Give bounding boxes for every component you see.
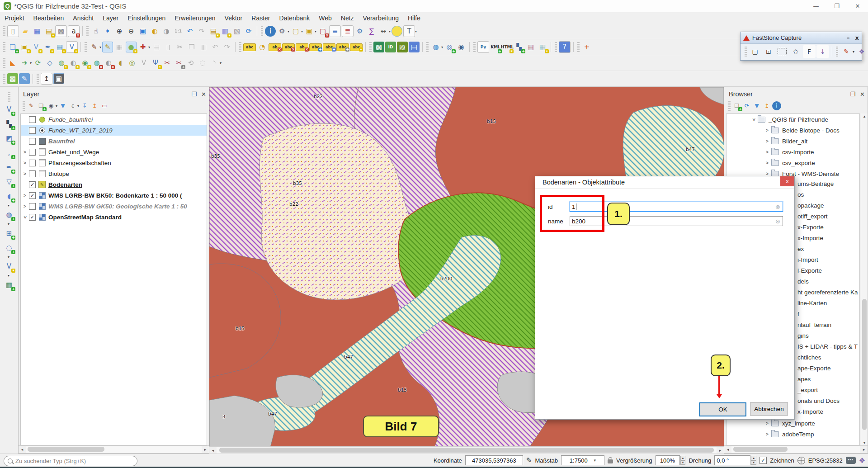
text-annotation-dropdown[interactable]: ▾ <box>415 29 417 33</box>
rotation-spinner[interactable]: ▲▼ <box>751 456 756 465</box>
menu-datenbank[interactable]: Datenbank <box>275 13 315 23</box>
layer-item[interactable]: >Gebiet_und_Wege <box>21 147 207 157</box>
move-feature-dropdown[interactable]: ▾ <box>30 61 32 65</box>
browser-item-chevron[interactable]: > <box>763 150 771 155</box>
text-annotation[interactable]: T <box>403 25 415 37</box>
layer-diagram-options[interactable]: ◔ <box>257 42 268 52</box>
run-feature-action-dropdown[interactable]: ▾ <box>288 29 289 33</box>
layout-manager[interactable]: ▩ <box>55 25 67 37</box>
add-mesh-layer[interactable]: ▦✶ <box>54 42 65 52</box>
split-parts[interactable]: Ψ✶ <box>150 57 161 68</box>
screenshot-tool[interactable]: ▣ <box>53 73 64 84</box>
save-layer-edits[interactable]: ▦ <box>114 42 125 52</box>
merge-feature-attributes[interactable]: ✂+ <box>174 57 184 68</box>
remove-layer[interactable]: ▭ <box>100 101 109 110</box>
measure-line[interactable]: ↔ <box>378 26 389 37</box>
map-tips[interactable] <box>392 26 402 37</box>
edit-draw-palette[interactable]: ✎ <box>840 45 853 58</box>
layer-panel-close-icon[interactable]: ✕ <box>201 91 206 98</box>
rotate-feature[interactable]: ⟳ <box>33 57 43 68</box>
statistics-abacus[interactable]: ≣ <box>342 25 354 37</box>
layer-item-chevron[interactable]: > <box>21 193 29 198</box>
filter-browser[interactable]: ▼ <box>752 101 761 110</box>
refresh-browser[interactable]: ⟳ <box>742 101 751 110</box>
color-raster-table[interactable]: ▦ <box>525 42 536 52</box>
coordinate-input[interactable]: 473035,5397363 <box>465 455 523 465</box>
add-geopackage-layer[interactable]: ▣✶ <box>19 42 30 52</box>
add-polygon-feature[interactable]: ●✶ <box>126 42 137 52</box>
layer-item-chevron[interactable]: > <box>21 150 29 155</box>
browser-panel-close-icon[interactable]: ✕ <box>860 91 865 98</box>
add-wfs-layer[interactable]: V✶ <box>31 42 42 52</box>
qgis-news-icon[interactable]: ❖ <box>859 456 865 465</box>
layer-visibility-checkbox[interactable]: ✓ <box>29 181 36 188</box>
add-delimited-text-layer[interactable]: ,+ <box>4 147 14 158</box>
browser-item-fragment[interactable]: ape-Exporte <box>797 365 831 372</box>
layer-panel-float-icon[interactable]: ❐ <box>191 91 197 98</box>
menu-hilfe[interactable]: Hilfe <box>403 13 425 23</box>
split-features[interactable]: V <box>138 57 149 68</box>
menu-vektor[interactable]: Vektor <box>220 13 247 23</box>
style-manager[interactable]: a× <box>68 25 80 37</box>
select-features[interactable]: ▢ <box>290 26 301 37</box>
crs-status[interactable]: EPSG:25832 <box>808 457 843 464</box>
faststone-settings[interactable]: ❖ <box>855 45 868 58</box>
change-label-properties[interactable]: abc✶ <box>350 43 363 51</box>
rotate-label[interactable]: abc+ <box>336 43 349 51</box>
browser-item-fragment[interactable]: ht georeferenzierte Ka <box>797 289 858 296</box>
browser-vscrollbar[interactable]: ▴ ▾ <box>861 113 868 445</box>
browser-item-chevron[interactable]: > <box>751 115 756 123</box>
add-spatialite-layer-vertical[interactable]: ✒+ <box>4 162 14 173</box>
capture-scrolling[interactable]: ↓ <box>816 45 829 58</box>
browser-item-fragment[interactable]: i-Import <box>797 256 818 263</box>
layer-item-chevron[interactable]: > <box>23 213 28 221</box>
copy-features[interactable]: ❐ <box>186 42 197 52</box>
ok-button[interactable]: OK <box>699 402 746 416</box>
layer-visibility-checkbox[interactable] <box>29 138 36 145</box>
trim-extend-dropdown[interactable]: ▾ <box>220 61 222 65</box>
extent-tracking-icon[interactable]: ✎ <box>526 456 532 464</box>
add-vector-layer[interactable]: ❏+ <box>7 42 18 52</box>
offset-point-symbols[interactable]: ◌ <box>197 57 208 68</box>
browser-item-fragment[interactable]: chtliches <box>797 354 821 361</box>
add-ring[interactable]: ◍✶ <box>56 57 67 68</box>
add-part[interactable]: ◐✶ <box>68 57 79 68</box>
browser-item-fragment[interactable]: opackage <box>797 202 824 209</box>
browser-item[interactable]: >Beide Biotope - Docs <box>726 125 859 136</box>
zoom-in[interactable]: ⊕ <box>114 26 125 37</box>
add-postgis-layer-dropdown[interactable]: ▾ <box>8 203 9 208</box>
show-hide-labels[interactable]: abc+ <box>309 43 322 51</box>
identify-features[interactable]: i <box>265 26 276 37</box>
zoom-to-layer[interactable]: ◑ <box>161 26 172 37</box>
add-vector-layer-vertical[interactable]: V+ <box>4 104 14 115</box>
vertex-tool-dropdown[interactable]: ▾ <box>148 45 150 49</box>
grid-plugin[interactable]: ▦✶ <box>537 42 548 52</box>
layer-item[interactable]: >Biotope <box>21 168 207 179</box>
expand-all[interactable]: ↧ <box>80 101 89 110</box>
import-photos[interactable]: ↥ <box>41 73 52 85</box>
browser-item[interactable]: >csv-Importe <box>726 147 859 157</box>
no-labels[interactable]: abc× <box>282 43 295 51</box>
select-by-value[interactable]: ▣ <box>304 26 315 37</box>
menu-bearbeiten[interactable]: Bearbeiten <box>29 13 69 23</box>
quickmapservices[interactable]: ▩ <box>7 73 18 84</box>
locator-search-input[interactable]: Zu suchender Typ (Strg+K) <box>4 456 137 466</box>
rotation-input[interactable]: 0,0 ° <box>714 455 750 465</box>
layer-item[interactable]: >WMS LGRB-BW GK50: Geologische Karte 1 :… <box>21 201 207 212</box>
browser-item-chevron[interactable]: > <box>763 432 771 437</box>
add-raster-layer[interactable]: ▚+ <box>4 118 14 129</box>
layer-item[interactable]: Funde_WT_2017_2019 <box>21 125 207 136</box>
render-checkbox[interactable]: ✓ <box>760 457 767 464</box>
layer-visibility-checkbox[interactable] <box>29 149 36 156</box>
run-feature-action[interactable]: ⚙ <box>277 26 288 37</box>
add-postgis-layer[interactable]: ◖+ <box>4 191 14 202</box>
collapse-all[interactable]: ↥ <box>90 101 99 110</box>
offset-curve[interactable]: ◎ <box>127 57 137 68</box>
layer-item[interactable]: >✓OpenStreetMap Standard <box>21 212 207 222</box>
browser-item-fragment[interactable]: f <box>797 311 799 317</box>
collapse-all-browser[interactable]: ↥ <box>762 101 771 110</box>
crs-globe-icon[interactable] <box>797 457 805 464</box>
browser-item[interactable]: >csv_exporte <box>726 157 859 168</box>
browser-item-chevron[interactable]: > <box>763 161 771 165</box>
undo[interactable]: ↶ <box>210 42 221 52</box>
